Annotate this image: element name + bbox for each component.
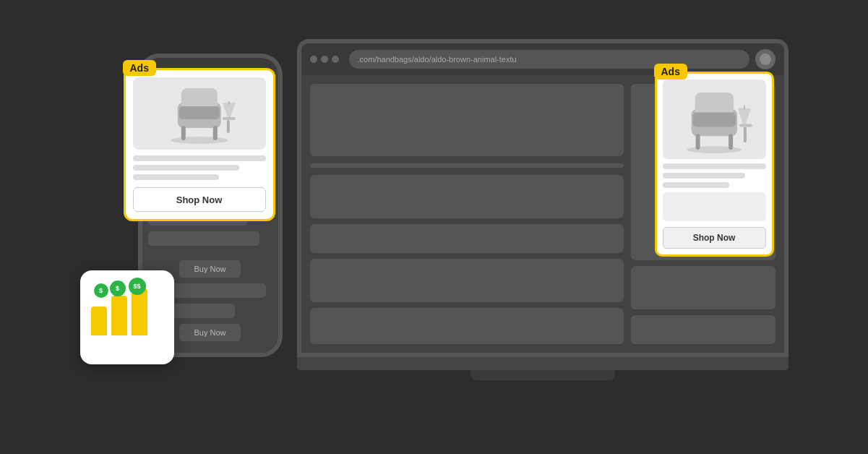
desktop-ad-image [663,80,766,159]
laptop-content-block-4 [310,259,624,302]
svg-rect-9 [228,101,230,105]
laptop-base [297,357,788,370]
svg-rect-6 [223,117,236,120]
laptop-content-block-1 [310,84,624,156]
laptop-stand [470,370,615,380]
svg-rect-19 [744,105,745,109]
desktop-ad-line-1 [663,163,766,169]
url-bar[interactable]: .com/handbags/aldo/aldo-brown-animal-tex… [349,50,749,69]
svg-rect-13 [692,112,735,127]
phone-ad-line-2 [133,165,239,171]
chart-bar-3 [132,288,147,335]
browser-bar: .com/handbags/aldo/aldo-brown-animal-tex… [301,43,784,75]
svg-rect-7 [227,120,230,133]
svg-rect-16 [739,124,752,127]
coin-3: $$ [129,278,146,295]
chart-card: $ $ $$ [80,270,174,364]
phone-ad-badge: Ads [123,60,156,76]
svg-rect-14 [695,134,700,150]
chart-bar-2 [111,296,127,335]
svg-point-10 [687,146,741,153]
svg-rect-3 [179,106,220,119]
svg-rect-17 [744,127,747,142]
phone-ad-line-3 [133,174,220,180]
svg-rect-4 [181,126,186,140]
desktop-ad-area-bottom [663,192,766,221]
chart-bar-1 [91,307,107,335]
avatar-icon [760,53,771,65]
laptop-right-block-3 [631,315,775,344]
phone-ad-lines [133,155,266,180]
laptop-divider-1 [310,163,624,168]
svg-rect-5 [213,126,218,140]
desktop-ad-line-2 [663,173,745,179]
phone-block-2 [148,231,260,246]
laptop-content-block-5 [310,308,624,344]
desktop-shop-now-button[interactable]: Shop Now [663,227,766,249]
phone-shop-now-button[interactable]: Shop Now [133,187,266,212]
svg-rect-15 [729,134,733,150]
user-avatar [755,49,775,69]
svg-rect-12 [695,92,733,115]
coin-1: $ [94,283,108,298]
phone-ad-line-1 [133,155,266,161]
laptop-content-block-3 [310,224,624,253]
laptop-left-column [310,84,624,344]
laptop-content-block-2 [310,175,624,218]
chair-illustration-desktop [668,84,761,155]
desktop-ad-lines [663,163,766,188]
chart-inner: $ $ $$ [91,285,163,350]
desktop-ad-card: Ads Shop Now [655,72,774,257]
buy-now-button-1[interactable]: Buy Now [179,260,240,278]
phone-ad-card: Ads [124,68,275,221]
svg-point-0 [171,137,228,144]
scene: .com/handbags/aldo/aldo-brown-animal-tex… [37,25,832,429]
desktop-ad-badge: Ads [654,64,687,80]
buy-now-button-2[interactable]: Buy Now [179,324,240,341]
svg-marker-18 [738,108,751,124]
phone-ad-image [133,77,266,150]
chair-illustration-phone [139,81,259,146]
laptop-right-block-2 [631,266,775,309]
coin-2: $ [110,280,126,296]
url-text: .com/handbags/aldo/aldo-brown-animal-tex… [358,55,517,64]
desktop-ad-line-3 [663,182,730,188]
